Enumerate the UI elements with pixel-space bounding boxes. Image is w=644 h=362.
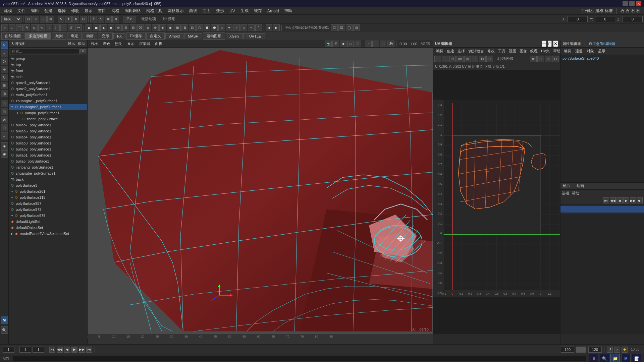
uv-menu-texture[interactable]: 纹理 [529,48,539,54]
outliner-jianbang[interactable]: ⬡ jianbang_polySurface1 [9,164,87,170]
menu-file[interactable]: 文件 [15,7,28,14]
pb-play[interactable]: ▶ [71,347,77,353]
tb2-t4[interactable]: ◈ [159,24,166,31]
anim-prev-key-btn[interactable]: ⏮ [603,197,609,203]
vp-btn-sel-vert[interactable]: · [365,41,372,47]
outliner-back[interactable]: 📷 back [9,176,87,182]
tb2-btn-11[interactable]: ↩ [75,24,82,31]
vp-menu-panels[interactable]: 面板 [153,41,164,47]
outliner-toufa[interactable]: ⬡ toufa_polySurface1 [9,92,87,98]
tb-btn-4[interactable]: ⊠ [47,16,54,22]
vp-menu-lighting[interactable]: 照明 [113,41,124,47]
tool-btn-9[interactable]: ⊟ [1,108,8,115]
tb-btn-snap-grid[interactable]: # [90,16,97,22]
tb2-t9[interactable]: ⬡ [196,24,203,31]
tb-btn-7[interactable]: ↻ [72,16,79,22]
tool-btn-13[interactable]: ◈ [1,142,8,149]
menu-generate[interactable]: 生成 [238,7,251,14]
tb2-t12[interactable]: ☆ [218,24,225,31]
menu-workspace[interactable]: 工作区: 建模-标准 [578,7,615,14]
uv-tb-btn4[interactable]: ⊡ [486,56,493,62]
menu-modify[interactable]: 修改 [68,7,82,14]
tab-polygon[interactable]: 多边形建模 [25,33,51,40]
tb-history[interactable]: 历史 [123,16,136,22]
menu-select[interactable]: 选择 [55,7,68,14]
tb2-t16[interactable]: ⌁ [248,24,255,31]
tb2-btn-3[interactable]: ⌒ [16,24,23,31]
outliner-show[interactable]: 显示 [68,41,75,46]
tb2-t6[interactable]: ⊞ [174,24,181,31]
outliner-help[interactable]: 帮助 [78,41,85,46]
tb2-render-prev[interactable]: ◀ [266,24,272,31]
tb2-torus[interactable]: ⊙ [115,24,122,31]
rotate-tool-btn[interactable]: ↻ [1,74,8,81]
uv-tb-btn1[interactable]: ⊞ [464,56,471,62]
menu-mesh[interactable]: 网格 [109,7,122,14]
frame-input-2[interactable] [19,347,31,353]
tb-btn-1[interactable]: ⊡ [25,16,32,22]
tb2-render-play[interactable]: ▶ [273,24,280,31]
uv-menu-view[interactable]: 视图 [507,48,518,54]
menu-help[interactable]: 帮助 [281,7,295,14]
tab-turtle[interactable]: TURTLE [243,33,265,39]
anim-next-key-btn[interactable]: ⏭ [637,197,643,203]
vp-btn-camera[interactable]: 📷 [325,41,332,47]
outliner-buliao1[interactable]: ⬡ buliao1_polySurface1 [9,152,87,158]
tb2-t3[interactable]: ⊗ [152,24,159,31]
vp-btn-sel-uvset[interactable]: UV [387,41,394,47]
end-frame-input[interactable] [561,347,574,353]
tab-fx-cache[interactable]: FX缓存 [126,33,146,40]
tb2-btn-7[interactable]: ⌇ [46,24,52,31]
attr-editor-tab[interactable]: 属性编辑器 [562,41,581,46]
uv-win-close[interactable]: ✕ [553,41,558,47]
tool-btn-10[interactable]: ⊠ [1,116,8,123]
channel-box-tab[interactable]: 通道盒/层编辑器 [589,41,615,46]
uv-win-max[interactable]: □ [548,41,552,47]
outliner-buliao[interactable]: ⬡ buliao_polySurface1 [9,158,87,164]
y-input[interactable] [595,16,615,22]
tb2-t10[interactable]: ⬢ [204,24,210,31]
tb2-icon4[interactable]: ⊟ [353,24,360,31]
outliner-front[interactable]: 📷 front [9,68,87,74]
tb-btn-5[interactable]: ↖ [58,16,64,22]
pb-skip-start[interactable]: ⏮ [49,347,55,353]
menu-mesh-display[interactable]: 网格显示 [165,7,186,14]
tb2-btn-10[interactable]: ↺ [68,24,74,31]
outliner-zhuangbe[interactable]: ⬡ zhuangbe_polySurface1 [9,170,87,176]
uv-tb-sel-face[interactable]: ◻ [449,56,456,62]
outliner-buliao7[interactable]: ⬡ buliao7_polySurface1 [9,122,87,128]
anim-step-fwd-btn[interactable]: ▶▶ [630,197,636,203]
tb2-t13[interactable]: ✦ [226,24,232,31]
tab-mash[interactable]: MASH [184,33,202,39]
tab-custom[interactable]: 自定义 [146,33,165,40]
tb2-btn-5[interactable]: ⊂ [31,24,38,31]
soft-select-btn[interactable]: ◻ [1,100,8,107]
outliner-poly3[interactable]: ⬡ polySurface3 [9,182,87,188]
tool-btn-14[interactable]: ◉ [1,150,8,158]
tab-motion-graphics[interactable]: 运动图形 [203,33,225,40]
tb2-sphere[interactable]: ● [86,24,92,31]
end-frame-input-2[interactable] [588,347,602,353]
scale-tool-btn[interactable]: ⊞ [1,82,8,89]
current-frame-input[interactable] [3,347,14,353]
uv-tb-btn2[interactable]: ⊟ [472,56,478,62]
uv-canvas[interactable]: 1.3 1.2 1.1 1 0.9 0.8 0.7 0.6 0.5 0.4 0.… [433,63,560,334]
tb2-icon1[interactable]: ☐ [331,24,338,31]
outliner-qunzi2[interactable]: ⬡ qunzi2_polySurface1 [9,86,87,92]
tool-btn-11[interactable]: ⊡ [1,124,8,131]
vp-btn-grid[interactable]: # [332,41,339,47]
tb2-btn-6[interactable]: ∿ [38,24,45,31]
tab-curves[interactable]: 曲线/曲面 [1,33,24,40]
anim-play-btn[interactable]: ▶ [623,197,629,203]
uv-menu-select[interactable]: 选择 [456,48,467,54]
tab-fx[interactable]: FX [113,33,125,39]
menu-mesh-tools[interactable]: 网格工具 [144,7,165,14]
tab-deform[interactable]: 变形 [98,33,113,40]
uv-more-btn[interactable]: ⊟ [552,56,559,62]
tb2-icon2[interactable]: ☑ [338,24,345,31]
vp-btn-shade1[interactable]: ■ [340,41,346,47]
taskbar-search[interactable]: 🔍 [600,354,609,362]
uv-tb-btn3[interactable]: ⊠ [479,56,486,62]
outliner-poly115[interactable]: ▼ ⬡ polySurface115 [9,194,87,200]
outliner-persp[interactable]: 📷 persp [9,56,87,62]
